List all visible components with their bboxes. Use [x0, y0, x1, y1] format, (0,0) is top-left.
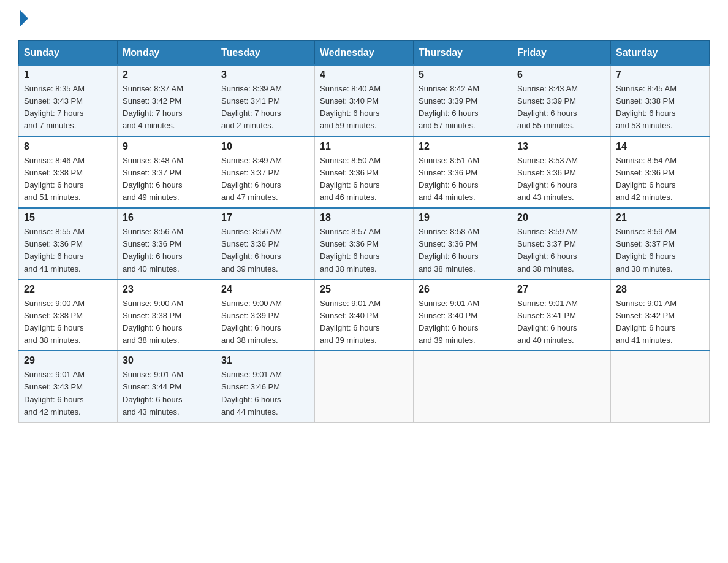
header-thursday: Thursday [414, 41, 512, 66]
day-number: 30 [123, 355, 211, 366]
week-row-5: 29Sunrise: 9:01 AMSunset: 3:43 PMDayligh… [19, 351, 710, 422]
calendar-cell: 4Sunrise: 8:40 AMSunset: 3:40 PMDaylight… [315, 65, 414, 137]
day-number: 10 [221, 141, 309, 152]
day-info: Sunrise: 8:37 AMSunset: 3:42 PMDaylight:… [123, 83, 211, 132]
day-info: Sunrise: 8:57 AMSunset: 3:36 PMDaylight:… [320, 226, 408, 275]
day-info: Sunrise: 8:40 AMSunset: 3:40 PMDaylight:… [320, 83, 408, 132]
calendar-cell [512, 351, 611, 422]
day-info: Sunrise: 8:54 AMSunset: 3:36 PMDaylight:… [616, 155, 704, 204]
day-number: 12 [419, 141, 507, 152]
day-number: 5 [419, 69, 507, 80]
day-info: Sunrise: 8:56 AMSunset: 3:36 PMDaylight:… [221, 226, 309, 275]
calendar-header-row: SundayMondayTuesdayWednesdayThursdayFrid… [19, 41, 710, 66]
day-number: 28 [616, 284, 704, 295]
week-row-2: 8Sunrise: 8:46 AMSunset: 3:38 PMDaylight… [19, 137, 710, 209]
day-number: 13 [517, 141, 605, 152]
day-info: Sunrise: 8:56 AMSunset: 3:36 PMDaylight:… [123, 226, 211, 275]
day-info: Sunrise: 9:00 AMSunset: 3:39 PMDaylight:… [221, 297, 309, 347]
calendar-cell: 25Sunrise: 9:01 AMSunset: 3:40 PMDayligh… [315, 280, 414, 351]
calendar-cell: 20Sunrise: 8:59 AMSunset: 3:37 PMDayligh… [512, 208, 611, 280]
calendar-cell: 19Sunrise: 8:58 AMSunset: 3:36 PMDayligh… [414, 208, 512, 280]
header-sunday: Sunday [19, 41, 118, 66]
calendar-cell: 30Sunrise: 9:01 AMSunset: 3:44 PMDayligh… [118, 351, 216, 422]
day-info: Sunrise: 8:59 AMSunset: 3:37 PMDaylight:… [616, 226, 704, 275]
day-number: 21 [616, 212, 704, 223]
day-number: 14 [616, 141, 704, 152]
day-number: 1 [24, 69, 112, 80]
calendar-cell: 26Sunrise: 9:01 AMSunset: 3:40 PMDayligh… [414, 280, 512, 351]
day-number: 26 [419, 284, 507, 295]
day-info: Sunrise: 9:01 AMSunset: 3:40 PMDaylight:… [419, 297, 507, 347]
calendar-cell: 27Sunrise: 9:01 AMSunset: 3:41 PMDayligh… [512, 280, 611, 351]
day-number: 23 [123, 284, 211, 295]
day-number: 3 [221, 69, 309, 80]
calendar-cell: 16Sunrise: 8:56 AMSunset: 3:36 PMDayligh… [118, 208, 216, 280]
calendar-cell: 9Sunrise: 8:48 AMSunset: 3:37 PMDaylight… [118, 137, 216, 209]
day-number: 24 [221, 284, 309, 295]
calendar-cell: 1Sunrise: 8:35 AMSunset: 3:43 PMDaylight… [19, 65, 118, 137]
calendar-cell: 3Sunrise: 8:39 AMSunset: 3:41 PMDaylight… [216, 65, 315, 137]
day-number: 11 [320, 141, 408, 152]
day-number: 27 [517, 284, 605, 295]
calendar-cell: 24Sunrise: 9:00 AMSunset: 3:39 PMDayligh… [216, 280, 315, 351]
day-number: 25 [320, 284, 408, 295]
calendar-cell: 29Sunrise: 9:01 AMSunset: 3:43 PMDayligh… [19, 351, 118, 422]
calendar-cell: 15Sunrise: 8:55 AMSunset: 3:36 PMDayligh… [19, 208, 118, 280]
day-info: Sunrise: 8:48 AMSunset: 3:37 PMDaylight:… [123, 155, 211, 204]
calendar-cell: 2Sunrise: 8:37 AMSunset: 3:42 PMDaylight… [118, 65, 216, 137]
day-info: Sunrise: 8:35 AMSunset: 3:43 PMDaylight:… [24, 83, 112, 132]
week-row-1: 1Sunrise: 8:35 AMSunset: 3:43 PMDaylight… [19, 65, 710, 137]
logo [18, 12, 28, 28]
calendar-cell: 21Sunrise: 8:59 AMSunset: 3:37 PMDayligh… [611, 208, 710, 280]
page-header [18, 12, 710, 28]
calendar-cell: 11Sunrise: 8:50 AMSunset: 3:36 PMDayligh… [315, 137, 414, 209]
day-info: Sunrise: 8:49 AMSunset: 3:37 PMDaylight:… [221, 155, 309, 204]
calendar-cell: 12Sunrise: 8:51 AMSunset: 3:36 PMDayligh… [414, 137, 512, 209]
day-number: 17 [221, 212, 309, 223]
day-number: 15 [24, 212, 112, 223]
day-number: 2 [123, 69, 211, 80]
header-saturday: Saturday [611, 41, 710, 66]
day-number: 8 [24, 141, 112, 152]
calendar-cell: 8Sunrise: 8:46 AMSunset: 3:38 PMDaylight… [19, 137, 118, 209]
header-friday: Friday [512, 41, 611, 66]
calendar-cell: 7Sunrise: 8:45 AMSunset: 3:38 PMDaylight… [611, 65, 710, 137]
day-number: 19 [419, 212, 507, 223]
day-info: Sunrise: 8:46 AMSunset: 3:38 PMDaylight:… [24, 155, 112, 204]
calendar-cell: 22Sunrise: 9:00 AMSunset: 3:38 PMDayligh… [19, 280, 118, 351]
day-number: 6 [517, 69, 605, 80]
day-number: 22 [24, 284, 112, 295]
day-info: Sunrise: 9:01 AMSunset: 3:44 PMDaylight:… [123, 369, 211, 418]
calendar-cell [414, 351, 512, 422]
header-wednesday: Wednesday [315, 41, 414, 66]
calendar-cell [611, 351, 710, 422]
day-number: 20 [517, 212, 605, 223]
day-info: Sunrise: 8:55 AMSunset: 3:36 PMDaylight:… [24, 226, 112, 275]
logo-triangle-icon [20, 10, 28, 27]
day-info: Sunrise: 8:39 AMSunset: 3:41 PMDaylight:… [221, 83, 309, 132]
day-info: Sunrise: 9:01 AMSunset: 3:42 PMDaylight:… [616, 297, 704, 347]
day-info: Sunrise: 8:53 AMSunset: 3:36 PMDaylight:… [517, 155, 605, 204]
day-number: 18 [320, 212, 408, 223]
day-info: Sunrise: 9:00 AMSunset: 3:38 PMDaylight:… [24, 297, 112, 347]
calendar-cell: 5Sunrise: 8:42 AMSunset: 3:39 PMDaylight… [414, 65, 512, 137]
day-number: 31 [221, 355, 309, 366]
day-info: Sunrise: 9:01 AMSunset: 3:41 PMDaylight:… [517, 297, 605, 347]
header-tuesday: Tuesday [216, 41, 315, 66]
day-number: 9 [123, 141, 211, 152]
calendar-table: SundayMondayTuesdayWednesdayThursdayFrid… [18, 40, 710, 423]
calendar-cell: 13Sunrise: 8:53 AMSunset: 3:36 PMDayligh… [512, 137, 611, 209]
day-number: 16 [123, 212, 211, 223]
day-info: Sunrise: 8:58 AMSunset: 3:36 PMDaylight:… [419, 226, 507, 275]
calendar-cell: 23Sunrise: 9:00 AMSunset: 3:38 PMDayligh… [118, 280, 216, 351]
calendar-cell: 18Sunrise: 8:57 AMSunset: 3:36 PMDayligh… [315, 208, 414, 280]
day-number: 4 [320, 69, 408, 80]
day-info: Sunrise: 8:59 AMSunset: 3:37 PMDaylight:… [517, 226, 605, 275]
calendar-cell: 14Sunrise: 8:54 AMSunset: 3:36 PMDayligh… [611, 137, 710, 209]
day-info: Sunrise: 8:43 AMSunset: 3:39 PMDaylight:… [517, 83, 605, 132]
header-monday: Monday [118, 41, 216, 66]
day-info: Sunrise: 8:50 AMSunset: 3:36 PMDaylight:… [320, 155, 408, 204]
day-info: Sunrise: 8:42 AMSunset: 3:39 PMDaylight:… [419, 83, 507, 132]
week-row-3: 15Sunrise: 8:55 AMSunset: 3:36 PMDayligh… [19, 208, 710, 280]
calendar-cell [315, 351, 414, 422]
